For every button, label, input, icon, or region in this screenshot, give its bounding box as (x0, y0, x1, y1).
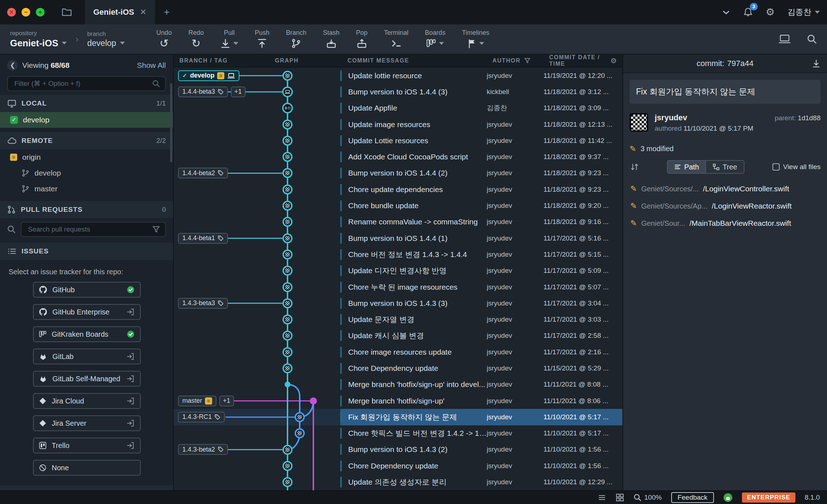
issue-tracker-trello[interactable]: Trello (33, 438, 141, 453)
redo-button[interactable]: Redo ↻ (188, 29, 204, 50)
commit-row[interactable]: 1.4.3-RC1Fix 회원가입 동작하지 않는 문제jsryudev11/1… (174, 409, 622, 425)
commit-row[interactable]: Chore 누락 된 image resourecesjsryudev11/17… (174, 279, 622, 295)
column-header-commit-message[interactable]: COMMIT MESSAGE (340, 57, 487, 64)
repo-tab[interactable]: Geniet-iOS ✕ (85, 0, 155, 24)
issues-section-header[interactable]: ISSUES (0, 243, 173, 260)
branch-pill-develop[interactable]: ✓develop (178, 70, 239, 81)
column-header-author[interactable]: AUTHOR (487, 57, 543, 64)
changed-file-row[interactable]: ✎Geniet/Sour.../MainTabBarViewReactor.sw… (623, 215, 827, 232)
commit-row[interactable]: 1.4.3-beta3Bump version to iOS 1.4.3 (3)… (174, 295, 622, 311)
commit-row[interactable]: Update 의존성 생성자로 분리jsryudev11/10/2021 @ 1… (174, 474, 622, 490)
view-all-files-toggle[interactable]: View all files (772, 163, 821, 171)
issue-tracker-none[interactable]: None (33, 460, 141, 476)
commit-row[interactable]: 1.4.4-beta1Bump version to iOS 1.4.4 (1)… (174, 230, 622, 246)
more-refs-chip[interactable]: +1 (231, 87, 246, 97)
commit-row[interactable]: Chore update dependenciesjsryudev11/18/2… (174, 181, 622, 197)
commit-row[interactable]: 1.4.4-beta2Bump version to iOS 1.4.4 (2)… (174, 165, 622, 181)
commit-row[interactable]: Update 문자열 변경jsryudev11/17/2021 @ 3:03 .… (174, 311, 622, 327)
timelines-button[interactable]: Timelines (462, 29, 489, 50)
commit-row[interactable]: Merge branch 'hotfix/sign-up' into devel… (174, 377, 622, 393)
tag-pill[interactable]: 1.4.3-beta2 (178, 444, 228, 455)
branch-button[interactable]: Branch (286, 29, 307, 50)
issue-tracker-github-enterprise[interactable]: GitHub Enterprise (33, 304, 141, 320)
changed-file-row[interactable]: ✎Geniet/Sources/.../LoginViewController.… (623, 180, 827, 197)
remote-section-header[interactable]: REMOTE 2/2 (0, 132, 173, 149)
teams-section-header[interactable]: TEAMS (0, 485, 173, 490)
commit-row[interactable]: Chore 버전 정보 변경 1.4.3 -> 1.4.4jsryudev11/… (174, 246, 622, 262)
filter-funnel-icon[interactable] (152, 225, 160, 233)
close-window-button[interactable]: ✕ (7, 8, 16, 17)
feedback-button[interactable]: Feedback (671, 492, 714, 503)
sidebar-item-local-develop[interactable]: ✓ develop (0, 112, 173, 128)
tag-pill[interactable]: 1.4.3-RC1 (178, 412, 225, 423)
commit-row[interactable]: 1.4.3-beta2Bump version to iOS 1.4.3 (2)… (174, 442, 622, 458)
pr-search-input[interactable] (27, 225, 148, 234)
commit-row[interactable]: Update 캐시 심볼 변경jsryudev11/17/2021 @ 2:58… (174, 328, 622, 344)
tag-pill[interactable]: 1.4.4-beta2 (178, 168, 228, 178)
boards-button[interactable]: Boards (425, 29, 445, 50)
commit-row[interactable]: Chore 핫픽스 빌드 버전 변경 1.4.2 -> 1.4.3jsryude… (174, 425, 622, 442)
pull-button[interactable]: Pull (220, 29, 238, 50)
sidebar-scrollbar[interactable] (170, 83, 172, 162)
user-menu[interactable]: 김종찬 (788, 7, 820, 18)
column-header-branch-tag[interactable]: BRANCH / TAG (174, 57, 269, 64)
branch-filter-input[interactable] (13, 79, 148, 88)
branch-pill-master[interactable]: master (178, 396, 216, 406)
commit-row[interactable]: Update Lottie resourcesjsryudev11/18/202… (174, 132, 622, 149)
tag-pill[interactable]: 1.4.4-beta1 (178, 233, 228, 244)
issue-tracker-jira-cloud[interactable]: Jira Cloud (33, 393, 141, 409)
repository-selector[interactable]: repository Geniet-iOS (10, 30, 67, 49)
commit-row[interactable]: Update 디자인 변경사항 반영jsryudev11/17/2021 @ 5… (174, 263, 622, 279)
commit-row[interactable]: Rename commaValue -> commaStringjsryudev… (174, 214, 622, 230)
settings-gear-icon[interactable]: ⚙ (766, 7, 775, 17)
commit-row[interactable]: Chore Dependency updatejsryudev11/10/202… (174, 458, 622, 474)
more-refs-chip[interactable]: +1 (219, 396, 234, 406)
undo-button[interactable]: Undo ↺ (156, 29, 172, 50)
list-view-icon[interactable] (598, 494, 606, 501)
sidebar-item-origin[interactable]: origin (0, 149, 173, 165)
sidebar-item-origin-master[interactable]: master (0, 181, 173, 197)
commit-row[interactable]: Add Xcode Cloud CocoaPods scriptjsryudev… (174, 149, 622, 165)
notifications-bell-icon[interactable]: 3 (743, 7, 753, 17)
download-patch-icon[interactable] (812, 59, 821, 68)
gitkraken-logo-icon[interactable] (723, 493, 733, 502)
commit-row[interactable]: ✓developUpdate lottie resourcejsryudev11… (174, 67, 622, 84)
parent-hash[interactable]: parent: 1d1d88 (775, 114, 821, 122)
issue-tracker-gitkraken-boards[interactable]: GitKraken Boards (33, 326, 141, 342)
chevron-down-icon[interactable] (233, 42, 238, 45)
tree-view-button[interactable]: Tree (706, 160, 744, 174)
column-header-date[interactable]: COMMIT DATE / TIME ⚙ (543, 54, 622, 67)
filter-funnel-icon[interactable] (524, 57, 531, 64)
sidebar-item-origin-develop[interactable]: develop (0, 165, 173, 181)
push-button[interactable]: Push (255, 29, 270, 50)
grid-view-icon[interactable] (616, 493, 624, 502)
chevron-down-icon[interactable] (479, 42, 484, 45)
tag-pill[interactable]: 1.4.4-beta3 (178, 87, 228, 97)
commit-message-box[interactable]: Fix 회원가입 동작하지 않는 문제 (630, 80, 821, 104)
minimize-window-button[interactable]: − (22, 8, 30, 17)
path-view-button[interactable]: Path (667, 160, 706, 174)
stash-button[interactable]: Stash (323, 29, 340, 50)
commit-row[interactable]: Chore image resources updatejsryudev11/1… (174, 344, 622, 360)
zoom-window-button[interactable]: + (36, 8, 45, 17)
commit-row[interactable]: master+1Merge branch 'hotfix/sign-up'jsr… (174, 393, 622, 409)
issue-tracker-github[interactable]: GitHub (33, 282, 141, 298)
tab-close-icon[interactable]: ✕ (140, 8, 146, 16)
issue-tracker-jira-server[interactable]: Jira Server (33, 415, 141, 431)
column-settings-gear-icon[interactable]: ⚙ (610, 57, 622, 64)
collapse-panel-button[interactable]: ❮ (7, 60, 18, 71)
sort-files-icon[interactable] (630, 163, 639, 171)
chevron-down-icon[interactable] (439, 42, 444, 45)
show-all-link[interactable]: Show All (137, 61, 166, 70)
view-all-files-checkbox[interactable] (772, 163, 780, 171)
tag-pill[interactable]: 1.4.3-beta3 (178, 298, 228, 309)
pull-requests-section-header[interactable]: PULL REQUESTS 0 (0, 201, 173, 218)
commit-row[interactable]: Update image resourcesjsryudev11/18/2021… (174, 116, 622, 132)
zoom-control[interactable]: 100% (634, 494, 662, 501)
changed-file-row[interactable]: ✎Geniet/Sources/Ap.../LoginViewReactor.s… (623, 197, 827, 215)
new-tab-button[interactable]: + (164, 7, 169, 17)
issue-tracker-gitlab-self-managed[interactable]: GitLab Self-Managed (33, 371, 141, 387)
branch-selector[interactable]: branch develop (87, 31, 125, 48)
commit-row[interactable]: Chore Dependency updatejsryudev11/15/202… (174, 360, 622, 376)
pop-button[interactable]: Pop (356, 29, 368, 50)
